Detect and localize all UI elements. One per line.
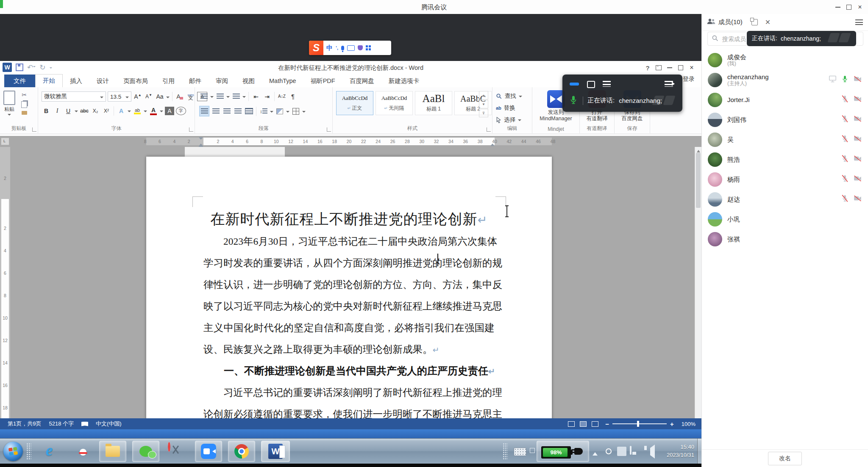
mic-off-icon[interactable] bbox=[841, 194, 849, 204]
ribbon-tab-设计[interactable]: 设计 bbox=[89, 75, 116, 87]
wechat-button[interactable] bbox=[132, 441, 159, 462]
ribbon-tab-开始[interactable]: 开始 bbox=[35, 74, 63, 87]
tray-window-icon[interactable] bbox=[530, 448, 535, 453]
highlight-icon[interactable]: ab bbox=[133, 106, 142, 116]
lang-zh-icon[interactable]: 中 bbox=[326, 44, 333, 52]
font-family-select[interactable]: 微软雅黑 bbox=[42, 91, 106, 102]
phonetic-guide-icon[interactable]: wén文 bbox=[186, 92, 195, 102]
ribbon-tab-页面布局[interactable]: 页面布局 bbox=[116, 75, 155, 87]
touch-keyboard-icon[interactable] bbox=[514, 448, 526, 456]
editing-替换[interactable]: ab替换 bbox=[496, 102, 515, 113]
styles-dialog-launcher[interactable] bbox=[487, 127, 491, 132]
horizontal-ruler[interactable]: 8642246810121416182022242628303234363840… bbox=[0, 136, 701, 147]
editing-查找[interactable]: 查找 bbox=[496, 91, 522, 102]
bold-icon[interactable]: B bbox=[42, 106, 51, 116]
change-case-icon[interactable]: Aa bbox=[155, 92, 164, 102]
style-正文[interactable]: AaBbCcDd↵ 正文 bbox=[336, 91, 373, 115]
zoom-slider[interactable] bbox=[612, 423, 667, 424]
panel-menu-icon[interactable] bbox=[855, 19, 863, 25]
member-row[interactable]: 小巩 bbox=[702, 209, 868, 229]
vertical-ruler[interactable]: 224681012141618 bbox=[0, 147, 10, 418]
word-minimize-icon[interactable] bbox=[664, 62, 675, 74]
word-count[interactable]: 5218 个字 bbox=[49, 420, 74, 428]
sort-icon[interactable]: A↕Z bbox=[277, 91, 287, 101]
clipboard-dialog-launcher[interactable] bbox=[32, 127, 36, 132]
style-无间隔[interactable]: AaBbCcDd↵ 无间隔 bbox=[376, 91, 413, 115]
voice-input-icon[interactable] bbox=[341, 46, 344, 50]
start-button[interactable] bbox=[3, 442, 23, 461]
customize-qat-icon[interactable] bbox=[50, 67, 52, 70]
ribbon-tab-MathType[interactable]: MathType bbox=[262, 75, 303, 87]
member-row[interactable]: Jorter.Ji bbox=[702, 90, 868, 110]
editing-选择[interactable]: 选择 bbox=[496, 114, 521, 125]
mic-off-icon[interactable] bbox=[841, 135, 849, 144]
rename-button[interactable]: 改名 bbox=[768, 452, 802, 465]
tray-expand-icon[interactable] bbox=[593, 450, 598, 456]
clear-format-icon[interactable]: A bbox=[175, 92, 184, 102]
mic-off-icon[interactable] bbox=[841, 155, 849, 164]
meeting-floating-toolbar[interactable]: 正在讲话: chenzanzhang; bbox=[562, 75, 682, 112]
screenshot-tool-icon[interactable] bbox=[168, 443, 170, 451]
skin-icon[interactable] bbox=[358, 45, 363, 50]
document-page[interactable]: 在新时代新征程上不断推进党的理论创新↵ 2023 年 6 月 30 日，习近平总… bbox=[146, 157, 552, 418]
justify-icon[interactable] bbox=[233, 106, 242, 116]
ribbon-tab-视图[interactable]: 视图 bbox=[235, 75, 262, 87]
line-spacing-icon[interactable]: ↕ bbox=[259, 106, 268, 116]
multilevel-list-icon[interactable] bbox=[231, 91, 241, 101]
style-标题 1[interactable]: AaBl标题 1 bbox=[415, 91, 452, 115]
align-center-icon[interactable] bbox=[211, 106, 220, 116]
word-close-icon[interactable]: × bbox=[686, 62, 697, 74]
font-dialog-launcher[interactable] bbox=[189, 127, 193, 132]
panel-toggle-icon[interactable] bbox=[665, 81, 673, 87]
ribbon-options-icon[interactable] bbox=[653, 62, 664, 74]
vertical-scrollbar[interactable] bbox=[695, 147, 701, 418]
borders-icon[interactable] bbox=[291, 106, 300, 116]
maximize-icon[interactable] bbox=[843, 0, 854, 14]
grow-font-icon[interactable]: A▲ bbox=[133, 92, 142, 102]
subscript-icon[interactable]: X₂ bbox=[91, 106, 100, 116]
camera-off-icon[interactable] bbox=[853, 75, 862, 85]
word-app-icon[interactable]: W bbox=[3, 63, 12, 72]
keyboard-icon[interactable] bbox=[347, 45, 355, 51]
show-marks-icon[interactable]: ¶ bbox=[288, 91, 298, 101]
superscript-icon[interactable]: X² bbox=[102, 106, 111, 116]
ribbon-tab-福昕PDF[interactable]: 福昕PDF bbox=[303, 75, 342, 87]
close-icon[interactable]: × bbox=[854, 0, 865, 14]
word-restore-icon[interactable] bbox=[675, 62, 686, 74]
member-row[interactable]: 张祺 bbox=[702, 229, 868, 249]
page-indicator[interactable]: 第1页，共9页 bbox=[8, 420, 41, 428]
camera-off-icon[interactable] bbox=[853, 95, 862, 105]
mic-on-icon[interactable] bbox=[841, 75, 849, 85]
signin-link[interactable]: 登录 bbox=[683, 75, 695, 83]
internet-explorer-icon[interactable]: e bbox=[46, 441, 53, 459]
enclose-characters-icon[interactable]: 字 bbox=[176, 107, 186, 115]
web-layout-icon[interactable] bbox=[592, 421, 598, 427]
tencent-meeting-button[interactable] bbox=[195, 441, 222, 462]
member-row[interactable]: 刘国伟 bbox=[702, 110, 868, 130]
proofing-icon[interactable] bbox=[81, 422, 88, 426]
zoom-thumb[interactable] bbox=[637, 421, 639, 427]
network-icon[interactable] bbox=[630, 446, 632, 455]
zoom-out-icon[interactable]: − bbox=[605, 420, 609, 428]
format-painter-icon[interactable] bbox=[22, 111, 27, 115]
ribbon-tab-插入[interactable]: 插入 bbox=[63, 75, 89, 87]
zoom-level[interactable]: 100% bbox=[682, 421, 696, 427]
sogou-logo-icon[interactable]: S bbox=[309, 41, 323, 55]
member-row[interactable]: chenzanzhang(主持人) bbox=[702, 70, 868, 90]
save-icon[interactable] bbox=[16, 64, 23, 71]
file-explorer-button[interactable] bbox=[99, 441, 126, 462]
restore-view-icon[interactable] bbox=[587, 81, 595, 88]
text-effects-icon[interactable]: A bbox=[117, 106, 126, 116]
scroll-up-icon[interactable] bbox=[697, 148, 700, 152]
tab-selector[interactable] bbox=[1, 138, 9, 145]
mic-off-icon[interactable] bbox=[841, 95, 849, 105]
camera-off-icon[interactable] bbox=[853, 155, 862, 164]
underline-icon[interactable]: U bbox=[64, 106, 73, 116]
distribute-icon[interactable] bbox=[244, 106, 253, 116]
copy-icon[interactable] bbox=[21, 101, 27, 108]
camera-off-icon[interactable] bbox=[853, 174, 862, 184]
redo-icon[interactable]: ↻ bbox=[39, 64, 45, 71]
numbering-icon[interactable] bbox=[215, 91, 225, 101]
tray-app-icon[interactable] bbox=[617, 447, 626, 456]
battery-button[interactable]: 98% bbox=[537, 441, 589, 462]
